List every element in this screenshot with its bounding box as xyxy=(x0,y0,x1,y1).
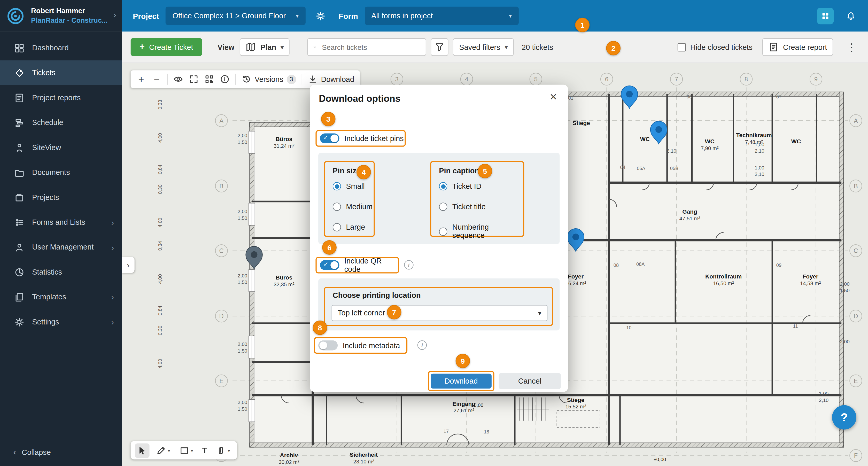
expand-panel-tab[interactable]: › xyxy=(122,257,134,273)
sidebar-item-templates[interactable]: Templates › xyxy=(0,284,122,309)
svg-text:2,10: 2,10 xyxy=(667,148,677,154)
close-icon[interactable]: × xyxy=(547,89,560,104)
project-settings-button[interactable] xyxy=(315,11,326,21)
pin-caption-option-ticket-id[interactable]: Ticket ID xyxy=(439,182,481,190)
radio[interactable] xyxy=(439,227,447,236)
pie-chart-icon xyxy=(14,267,25,277)
versions-button[interactable]: Versions 3 xyxy=(241,74,296,84)
sidebar-item-settings[interactable]: Settings › xyxy=(0,309,122,334)
svg-text:4: 4 xyxy=(465,76,468,83)
svg-text:18: 18 xyxy=(484,429,489,434)
caret-down-icon: ▾ xyxy=(538,309,541,317)
user-name: Robert Hammer xyxy=(31,7,85,15)
printing-location-select[interactable]: Top left corner ▾ xyxy=(332,305,548,321)
pin-caption-option-numbering[interactable]: Numbering sequence xyxy=(439,223,523,240)
gantt-icon xyxy=(14,118,25,128)
sidebar-item-project-reports[interactable]: Project reports xyxy=(0,85,122,110)
svg-text:WC: WC xyxy=(705,138,715,145)
text-tool-button[interactable]: T xyxy=(200,443,210,457)
svg-text:1,50: 1,50 xyxy=(238,139,247,145)
svg-text:04: 04 xyxy=(620,165,625,170)
report-icon xyxy=(14,93,25,103)
shape-tool-button[interactable]: ▾ xyxy=(177,443,195,458)
sidebar-item-user-management[interactable]: User Management › xyxy=(0,235,122,259)
include-ticket-pins-toggle[interactable]: ✓ xyxy=(320,133,339,143)
checkbox xyxy=(678,43,686,51)
separator xyxy=(167,73,168,85)
account-switcher[interactable]: Robert Hammer PlanRadar - Construc... › xyxy=(0,0,122,32)
download-button[interactable]: Download xyxy=(431,374,492,389)
sidebar-item-tickets[interactable]: Tickets xyxy=(0,60,122,85)
download-plan-button[interactable]: Download xyxy=(308,74,354,84)
hide-closed-tickets-checkbox[interactable]: Hide closed tickets xyxy=(678,43,752,51)
form-selector[interactable]: All forms in project ▾ xyxy=(365,7,519,25)
visibility-button[interactable] xyxy=(173,74,183,84)
cancel-button[interactable]: Cancel xyxy=(499,373,561,389)
filter-button[interactable] xyxy=(431,38,449,56)
svg-text:4,00: 4,00 xyxy=(157,274,163,284)
zoom-out-button[interactable]: − xyxy=(152,73,162,85)
sidebar-item-schedule[interactable]: Schedule xyxy=(0,110,122,135)
annotation-badge-4: 4 xyxy=(356,165,371,180)
draw-tool-button[interactable]: ▾ xyxy=(154,443,173,458)
view-mode-dropdown[interactable]: Plan ▾ xyxy=(240,38,290,56)
radio[interactable] xyxy=(333,223,341,231)
pin-caption-option-ticket-title[interactable]: Ticket title xyxy=(439,203,486,211)
create-report-button[interactable]: Create report xyxy=(763,38,833,56)
svg-text:2,00: 2,00 xyxy=(238,341,247,347)
notifications-button[interactable] xyxy=(846,11,856,21)
collapse-sidebar-button[interactable]: ‹ Collapse xyxy=(0,442,122,463)
marketplace-button[interactable] xyxy=(817,7,834,24)
sidebar-item-siteview[interactable]: SiteView xyxy=(0,135,122,160)
qr-info-icon[interactable]: i xyxy=(404,260,413,270)
svg-text:E: E xyxy=(219,378,223,384)
select-tool-button[interactable] xyxy=(135,443,150,458)
pin-size-option-large[interactable]: Large xyxy=(333,223,365,231)
include-qr-code-row: ✓ Include QR code xyxy=(315,257,399,273)
sidebar-item-statistics[interactable]: Statistics xyxy=(0,259,122,284)
create-ticket-button[interactable]: + Create Ticket xyxy=(131,38,202,56)
svg-text:17: 17 xyxy=(443,429,449,434)
radio-selected[interactable] xyxy=(439,182,447,190)
svg-text:1,50: 1,50 xyxy=(238,348,247,354)
svg-text:9: 9 xyxy=(814,76,817,83)
include-metadata-toggle[interactable]: ✓ xyxy=(318,340,338,350)
sidebar-item-projects[interactable]: Projects xyxy=(0,185,122,210)
svg-text:WC: WC xyxy=(791,138,801,145)
svg-text:2,00: 2,00 xyxy=(840,281,850,287)
sidebar-item-dashboard[interactable]: Dashboard xyxy=(0,35,122,60)
plan-info-button[interactable] xyxy=(220,74,230,84)
qr-scan-button[interactable] xyxy=(204,74,214,84)
attachment-tool-button[interactable]: ▾ xyxy=(214,443,232,458)
pin-size-option-small[interactable]: Small xyxy=(333,182,365,190)
pin-caption-group: Pin caption Ticket ID Ticket title Numbe… xyxy=(430,161,524,237)
sidebar-item-forms-and-lists[interactable]: Forms and Lists › xyxy=(0,210,122,235)
svg-text:2,10: 2,10 xyxy=(819,398,829,403)
include-qr-code-toggle[interactable]: ✓ xyxy=(320,260,339,270)
svg-text:1,00: 1,00 xyxy=(754,142,765,147)
user-icon xyxy=(14,242,25,252)
funnel-icon xyxy=(435,42,445,52)
topbar: Project Office Complex 11 > Ground Floor… xyxy=(122,0,868,32)
caret-down-icon: ▾ xyxy=(505,43,508,51)
help-button[interactable]: ? xyxy=(832,405,857,430)
metadata-info-icon[interactable]: i xyxy=(417,340,427,350)
project-selector[interactable]: Office Complex 11 > Ground Floor ▾ xyxy=(166,7,306,25)
more-options-button[interactable]: ⋮ xyxy=(843,41,860,54)
sidebar-item-documents[interactable]: Documents xyxy=(0,160,122,185)
svg-text:1,00: 1,00 xyxy=(754,165,765,170)
radio[interactable] xyxy=(439,203,447,211)
svg-text:30,02 m²: 30,02 m² xyxy=(278,459,300,465)
annotation-badge-9: 9 xyxy=(456,354,470,368)
svg-text:4,00: 4,00 xyxy=(157,218,163,227)
svg-text:1,50: 1,50 xyxy=(238,279,247,285)
check-icon: ✓ xyxy=(323,261,328,268)
radio[interactable] xyxy=(333,203,341,211)
plan-icon xyxy=(246,42,256,52)
pin-size-option-medium[interactable]: Medium xyxy=(333,203,373,211)
fullscreen-button[interactable] xyxy=(189,74,199,84)
saved-filters-dropdown[interactable]: Saved filters ▾ xyxy=(453,38,514,56)
zoom-in-button[interactable]: + xyxy=(136,73,146,85)
search-input[interactable] xyxy=(321,42,421,52)
radio-selected[interactable] xyxy=(333,182,341,190)
